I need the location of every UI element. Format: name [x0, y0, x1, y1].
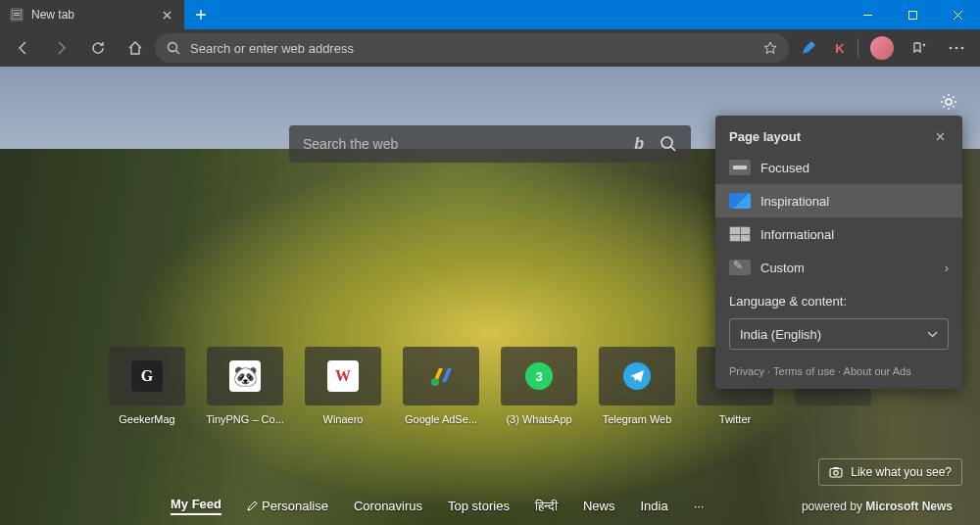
flyout-header: Page layout: [715, 116, 962, 151]
chevron-right-icon: ›: [945, 261, 949, 275]
home-button[interactable]: [118, 30, 153, 66]
tile-icon-box: [599, 347, 675, 406]
feed-tab-5[interactable]: News: [583, 499, 615, 513]
avatar-icon: [870, 36, 894, 60]
language-select-value: India (English): [740, 327, 821, 342]
feed-bar: My Feed PersonaliseCoronavirusTop storie…: [0, 497, 980, 515]
tile-icon-box: G: [109, 347, 185, 406]
quick-link-tile[interactable]: WWinaero: [305, 347, 381, 425]
svg-point-4: [169, 43, 177, 52]
profile-letter[interactable]: K: [828, 36, 852, 60]
tile-label: TinyPNG – Co...: [205, 413, 285, 425]
tile-icon-box: W: [305, 347, 381, 406]
ads-link[interactable]: About our Ads: [844, 365, 911, 377]
svg-point-5: [950, 47, 953, 50]
feed-tab-2[interactable]: Coronavirus: [354, 499, 422, 513]
window-controls: [845, 0, 980, 29]
pencil-icon: [247, 501, 258, 511]
custom-layout-icon: [729, 260, 751, 275]
quick-link-tile[interactable]: GGeekerMag: [109, 347, 185, 425]
tile-label: Winaero: [303, 413, 383, 425]
focused-layout-icon: [729, 160, 751, 175]
svg-rect-2: [14, 15, 20, 16]
bing-icon: b: [634, 135, 644, 153]
svg-point-10: [431, 378, 439, 386]
svg-point-6: [956, 47, 958, 50]
layout-option-label: Focused: [760, 161, 809, 175]
layout-option-custom[interactable]: Custom›: [715, 251, 962, 284]
web-search-input[interactable]: [303, 136, 624, 152]
tab-title: New tab: [31, 8, 151, 22]
tile-icon-box: [403, 347, 479, 406]
tile-label: Google AdSe...: [401, 413, 481, 425]
tab-close-button[interactable]: [159, 7, 174, 23]
powered-by-label: powered by Microsoft News: [802, 500, 953, 513]
feed-tab-3[interactable]: Top stories: [448, 499, 510, 513]
like-what-you-see-button[interactable]: Like what you see?: [818, 458, 962, 486]
svg-rect-3: [908, 11, 916, 19]
titlebar: New tab: [0, 0, 980, 29]
info-layout-icon: [729, 226, 751, 242]
quick-link-tile[interactable]: 🐼TinyPNG – Co...: [207, 347, 283, 425]
forward-button[interactable]: [43, 30, 78, 66]
newtab-content: b GGeekerMag🐼TinyPNG – Co...WWinaeroGoog…: [0, 67, 980, 525]
close-window-button[interactable]: [935, 0, 980, 29]
tile-icon-box: 3: [501, 347, 577, 406]
quick-link-tile[interactable]: Telegram Web: [599, 347, 675, 425]
maximize-button[interactable]: [890, 0, 935, 29]
quick-link-tile[interactable]: 3(3) WhatsApp: [501, 347, 577, 425]
quick-link-tile[interactable]: Google AdSe...: [403, 347, 479, 425]
back-button[interactable]: [6, 30, 41, 66]
feed-more-button[interactable]: ···: [694, 499, 705, 513]
layout-option-focused[interactable]: Focused: [715, 151, 962, 184]
search-icon: [167, 41, 180, 55]
page-settings-gear-icon[interactable]: [935, 88, 962, 116]
svg-point-9: [662, 137, 672, 148]
layout-option-inspirational[interactable]: Inspirational: [715, 184, 962, 217]
svg-point-7: [961, 47, 964, 50]
browser-tab[interactable]: New tab: [0, 0, 184, 29]
chevron-down-icon: [927, 331, 938, 338]
layout-option-label: Inspirational: [760, 194, 829, 209]
address-bar[interactable]: Search or enter web address: [155, 33, 789, 63]
layout-option-informational[interactable]: Informational: [715, 217, 962, 251]
language-select[interactable]: India (English): [729, 318, 949, 350]
tab-favicon: [10, 8, 24, 22]
more-menu-button[interactable]: [939, 30, 974, 66]
insp-layout-icon: [729, 193, 751, 209]
svg-point-8: [946, 99, 952, 105]
privacy-link[interactable]: Privacy: [729, 365, 764, 377]
layout-option-label: Custom: [760, 261, 805, 275]
favorite-star-icon[interactable]: [763, 41, 777, 55]
camera-icon: [829, 466, 843, 478]
terms-link[interactable]: Terms of use: [773, 365, 835, 377]
feed-tab-6[interactable]: India: [640, 499, 667, 513]
web-search-box[interactable]: b: [289, 125, 691, 163]
tile-icon-box: 🐼: [207, 347, 283, 406]
flyout-close-button[interactable]: [931, 127, 949, 145]
refresh-button[interactable]: [80, 30, 116, 66]
svg-point-12: [834, 471, 838, 475]
address-placeholder: Search or enter web address: [190, 41, 354, 56]
new-tab-button[interactable]: [184, 0, 218, 29]
page-layout-flyout: Page layout FocusedInspirationalInformat…: [715, 116, 962, 389]
toolbar-divider: [858, 38, 858, 58]
toolbar: Search or enter web address K: [0, 29, 980, 67]
tile-label: (3) WhatsApp: [499, 413, 579, 425]
feed-tab-4[interactable]: हिन्दी: [535, 499, 558, 514]
svg-rect-13: [834, 467, 839, 469]
profile-avatar-button[interactable]: [864, 30, 900, 66]
minimize-button[interactable]: [845, 0, 890, 29]
tile-label: GeekerMag: [107, 413, 187, 425]
like-label: Like what you see?: [851, 465, 952, 479]
collections-button[interactable]: [902, 30, 937, 66]
flyout-title: Page layout: [729, 129, 931, 144]
search-icon[interactable]: [660, 135, 677, 153]
language-section-label: Language & content:: [715, 284, 962, 314]
flyout-footer-links: Privacy · Terms of use · About our Ads: [715, 359, 962, 379]
feed-tab-1[interactable]: Personalise: [247, 499, 328, 513]
feed-tab-0[interactable]: My Feed: [171, 497, 221, 515]
titlebar-drag-area: [218, 0, 845, 29]
edit-pen-icon[interactable]: [791, 30, 826, 66]
layout-option-label: Informational: [760, 227, 834, 242]
